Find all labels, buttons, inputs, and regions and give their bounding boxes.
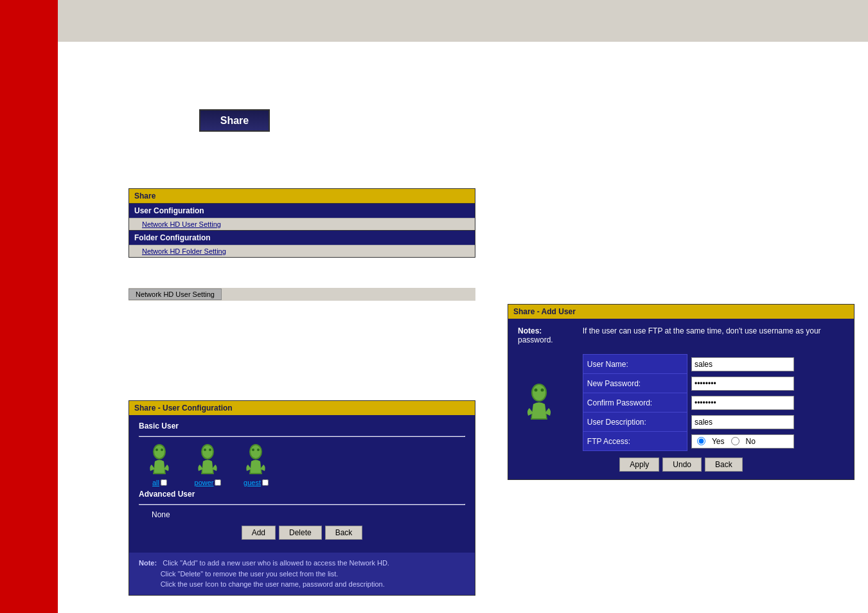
- share-nav-title: Share: [129, 189, 475, 203]
- user-avatar-guest: [242, 442, 270, 477]
- top-bar: [58, 0, 868, 42]
- add-button[interactable]: Add: [242, 526, 276, 540]
- username-input[interactable]: [691, 357, 794, 371]
- add-user-body: Notes: If the user can use FTP at the sa…: [508, 319, 854, 479]
- note-line-1: Click "Add" to add a new user who is all…: [163, 559, 389, 567]
- user-config-link[interactable]: Network HD User Setting: [129, 218, 475, 230]
- note-line-3: Click the user Icon to change the user n…: [161, 580, 385, 588]
- user-checkbox-all[interactable]: [161, 479, 167, 486]
- advanced-user-label: Advanced User: [139, 490, 465, 499]
- notes-section: Notes: If the user can use FTP at the sa…: [518, 326, 844, 344]
- basic-user-label: Basic User: [139, 422, 465, 431]
- user-checkbox-power[interactable]: [215, 479, 221, 486]
- form-row-avatar-username: User Name:: [518, 355, 844, 374]
- user-item-all[interactable]: all: [145, 442, 174, 486]
- share-title-button[interactable]: Share: [199, 109, 270, 132]
- svg-point-14: [535, 388, 538, 391]
- add-user-title: Share - Add User: [508, 305, 854, 319]
- new-password-input[interactable]: [691, 377, 794, 391]
- user-config-body: Basic User all: [129, 415, 475, 553]
- svg-point-11: [257, 449, 260, 451]
- add-user-form: User Name: New Password: Confirm Passwor…: [518, 354, 844, 451]
- note-line-2: Click "Delete" to remove the user you se…: [161, 570, 339, 578]
- ftp-no-label: No: [746, 437, 756, 446]
- share-title-label: Share: [220, 115, 249, 127]
- svg-point-10: [252, 449, 254, 451]
- left-sidebar: [0, 0, 58, 613]
- breadcrumb-item[interactable]: Network HD User Setting: [128, 289, 222, 300]
- folder-config-header: Folder Configuration: [129, 230, 475, 245]
- user-label-all: all: [152, 479, 167, 486]
- user-label-guest: guest: [244, 479, 269, 486]
- user-avatar-all: [145, 442, 174, 477]
- back-button[interactable]: Back: [325, 526, 363, 540]
- new-password-label: New Password:: [583, 374, 687, 393]
- confirm-password-input[interactable]: [691, 396, 794, 410]
- avatar-cell: [518, 355, 583, 451]
- user-description-input[interactable]: [691, 415, 794, 429]
- main-content: Share Share User Configuration Network H…: [58, 42, 868, 613]
- ftp-access-label: FTP Access:: [583, 432, 687, 451]
- svg-point-15: [541, 388, 544, 391]
- user-avatar-power: [193, 442, 222, 477]
- svg-point-7: [209, 449, 211, 451]
- apply-button[interactable]: Apply: [619, 458, 659, 472]
- note-section: Note: Click "Add" to add a new user who …: [129, 553, 475, 595]
- delete-button[interactable]: Delete: [279, 526, 322, 540]
- note-label: Note:: [139, 559, 157, 567]
- ftp-yes-label: Yes: [712, 437, 725, 446]
- svg-point-13: [533, 385, 545, 400]
- svg-point-3: [161, 449, 163, 451]
- add-user-buttons: Apply Undo Back: [518, 458, 844, 472]
- undo-button[interactable]: Undo: [662, 458, 702, 472]
- folder-config-link[interactable]: Network HD Folder Setting: [129, 245, 475, 257]
- confirm-password-label: Confirm Password:: [583, 393, 687, 413]
- svg-point-6: [204, 449, 206, 451]
- user-label-power: power: [195, 479, 222, 486]
- back2-button[interactable]: Back: [705, 458, 743, 472]
- add-user-avatar-icon: [522, 381, 557, 423]
- breadcrumb: Network HD User Setting: [128, 288, 475, 301]
- user-item-guest[interactable]: guest: [242, 442, 270, 486]
- notes-text: If the user can use FTP at the same time…: [518, 326, 821, 344]
- svg-point-5: [202, 445, 213, 458]
- share-nav-panel: Share User Configuration Network HD User…: [128, 188, 475, 258]
- add-user-panel: Share - Add User Notes: If the user can …: [508, 304, 855, 480]
- ftp-no-radio[interactable]: [731, 437, 740, 445]
- none-label: None: [139, 510, 465, 519]
- svg-point-1: [154, 445, 164, 458]
- ftp-yes-radio[interactable]: [697, 437, 705, 445]
- user-item-power[interactable]: power: [193, 442, 222, 486]
- svg-point-2: [155, 449, 158, 451]
- user-config-panel: Share - User Configuration Basic User: [128, 400, 475, 596]
- notes-label: Notes:: [518, 326, 542, 335]
- user-config-panel-title: Share - User Configuration: [129, 401, 475, 415]
- user-checkbox-guest[interactable]: [262, 479, 269, 486]
- user-description-label: User Description:: [583, 413, 687, 432]
- basic-users-row: all: [139, 442, 465, 486]
- user-config-header: User Configuration: [129, 203, 475, 218]
- ftp-radio-group: Yes No: [691, 434, 794, 449]
- svg-point-9: [251, 445, 261, 458]
- user-config-buttons: Add Delete Back: [139, 526, 465, 540]
- username-label: User Name:: [583, 355, 687, 374]
